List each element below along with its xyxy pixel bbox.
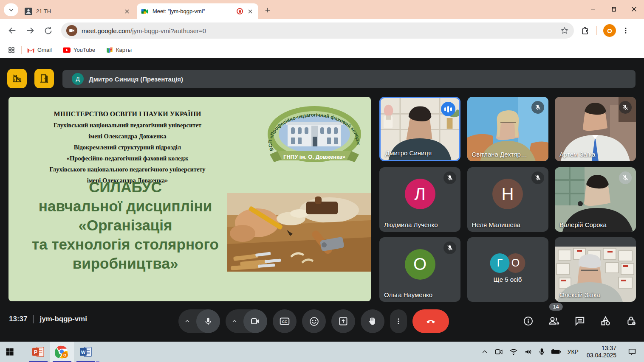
mic-icon	[203, 317, 213, 326]
speaking-indicator-icon	[441, 102, 455, 116]
slide-header-line: Глухівського національного педагогічного…	[21, 164, 234, 175]
tile-olha-naumenko[interactable]: О Ольга Науменко	[379, 237, 460, 302]
tab-close-button[interactable]	[246, 8, 254, 15]
bookmark-label: Карты	[116, 47, 132, 53]
taskbar-word-button[interactable]: W	[74, 342, 98, 362]
camera-icon	[250, 316, 260, 326]
desktop-screen: 21 TH Meet: "jym-bqgp-vmi"	[0, 0, 644, 362]
tile-dmytro-synytsia[interactable]: Дмитро Синиця	[379, 97, 460, 161]
tab-meet[interactable]: Meet: "jym-bqgp-vmi"	[137, 3, 258, 19]
site-favicon-icon	[66, 25, 77, 36]
chat-panel-button[interactable]	[574, 315, 585, 326]
taskbar-powerpoint-button[interactable]: P	[26, 342, 50, 362]
tray-chevron-icon[interactable]	[481, 348, 488, 355]
raise-hand-button[interactable]	[361, 309, 384, 333]
tile-more-people[interactable]: Г О Ще 5 осіб	[467, 237, 548, 302]
gmail-icon	[27, 47, 34, 53]
tile-svitlana-dekhtiar[interactable]: Світлана Дехтяр…	[467, 97, 548, 161]
tile-oleksii-zaika[interactable]: Олексій Заїка	[555, 237, 636, 302]
reactions-button[interactable]	[302, 309, 326, 333]
clock[interactable]: 13:37 03.04.2025	[587, 345, 616, 359]
more-options-button[interactable]	[390, 309, 407, 333]
smile-icon	[309, 316, 319, 327]
slide-header-text: МІНІСТЕРСТВО ОСВІТИ І НАУКИ УКРАЇНИ Глух…	[21, 109, 234, 186]
participant-avatar: Л	[405, 179, 435, 209]
chevron-up-icon	[232, 318, 237, 324]
camera-control[interactable]	[226, 309, 267, 333]
participant-name: Ольга Науменко	[384, 291, 432, 298]
tab-21th[interactable]: 21 TH	[20, 3, 135, 19]
url-path: /jym-bqgp-vmi?authuser=0	[130, 27, 206, 34]
back-button[interactable]	[5, 23, 20, 38]
tile-valerii-soroka[interactable]: Валерій Сорока	[555, 167, 636, 232]
captions-icon: CC	[279, 316, 290, 327]
extensions-button[interactable]	[581, 26, 590, 35]
info-icon	[523, 316, 534, 326]
forward-button[interactable]	[23, 23, 37, 38]
bookmark-gmail[interactable]: Gmail	[27, 47, 52, 53]
close-icon	[124, 9, 130, 14]
college-logo: ВСП «Професійно-педагогічний фаховий кол…	[261, 101, 367, 171]
mic-options-button[interactable]	[178, 318, 196, 324]
mic-off-icon	[534, 174, 541, 181]
host-controls-button[interactable]	[626, 315, 637, 326]
presenter-avatar: Д	[72, 73, 84, 85]
end-call-button[interactable]	[412, 309, 449, 333]
tile-liudmyla-luchenko[interactable]: Л Людмила Лученко	[379, 167, 460, 232]
present-screen-icon	[338, 316, 348, 326]
speaker-icon[interactable]	[524, 348, 533, 355]
bookmark-maps[interactable]: Карты	[106, 47, 132, 53]
start-button[interactable]	[0, 342, 20, 362]
mic-off-indicator	[619, 171, 632, 184]
apps-grid-button[interactable]	[8, 46, 15, 54]
action-center-icon	[628, 348, 636, 356]
profile-avatar[interactable]: O	[603, 24, 616, 37]
camera-toggle-button[interactable]	[243, 309, 267, 333]
chat-icon	[574, 315, 585, 326]
activities-button[interactable]	[600, 315, 611, 327]
battery-charging-icon[interactable]	[551, 349, 561, 355]
extension-door-button[interactable]	[34, 69, 54, 88]
mic-control[interactable]	[178, 309, 220, 333]
taskbar-chrome-button[interactable]: O	[50, 342, 74, 362]
tile-artem-zaika[interactable]: Артем Заїка	[555, 97, 636, 161]
reload-button[interactable]	[41, 23, 55, 38]
extension-building-button[interactable]	[7, 69, 27, 88]
new-tab-button[interactable]	[263, 5, 273, 15]
participant-name: Людмила Лученко	[384, 221, 438, 228]
tab-search-button[interactable]	[4, 3, 18, 16]
present-button[interactable]	[331, 309, 355, 333]
address-bar[interactable]: meet.google.com/jym-bqgp-vmi?authuser=0	[61, 22, 574, 39]
bookmark-youtube[interactable]: YouTube	[63, 47, 95, 53]
meet-now-camera-icon[interactable]	[494, 348, 503, 356]
meeting-details-button[interactable]	[523, 316, 534, 326]
chrome-toolbar: meet.google.com/jym-bqgp-vmi?authuser=0 …	[0, 19, 644, 42]
tab-title: 21 TH	[36, 8, 123, 14]
action-center-button[interactable]	[624, 348, 640, 356]
people-panel-button[interactable]: 14	[548, 315, 560, 327]
tab-close-button[interactable]	[123, 8, 131, 15]
call-controls: CC	[178, 309, 449, 333]
camera-options-button[interactable]	[226, 318, 243, 324]
svg-text:CC: CC	[282, 320, 288, 324]
mic-toggle-button[interactable]	[196, 309, 220, 333]
close-window-button[interactable]	[624, 0, 644, 18]
minimize-button[interactable]	[583, 0, 603, 18]
minimize-icon	[590, 6, 596, 12]
participant-name: Валерій Сорока	[559, 221, 607, 228]
restore-button[interactable]	[603, 0, 624, 18]
slide-title-line: та технологія столярного	[13, 235, 238, 254]
bookmark-star-button[interactable]	[560, 26, 569, 35]
tile-nelia-malysheva[interactable]: Н Неля Малишева	[467, 167, 548, 232]
mic-off-icon	[446, 244, 453, 251]
microphone-tray-icon[interactable]	[539, 348, 545, 356]
browser-menu-button[interactable]	[622, 27, 630, 34]
wifi-icon[interactable]	[509, 348, 518, 355]
language-indicator[interactable]: УКР	[568, 348, 579, 355]
kebab-menu-icon	[622, 27, 630, 34]
chrome-tab-strip: 21 TH Meet: "jym-bqgp-vmi"	[0, 0, 644, 19]
captions-button[interactable]: CC	[273, 309, 297, 333]
running-indicator	[29, 361, 48, 362]
apps-grid-icon	[8, 46, 15, 54]
tray-date: 03.04.2025	[587, 352, 616, 359]
